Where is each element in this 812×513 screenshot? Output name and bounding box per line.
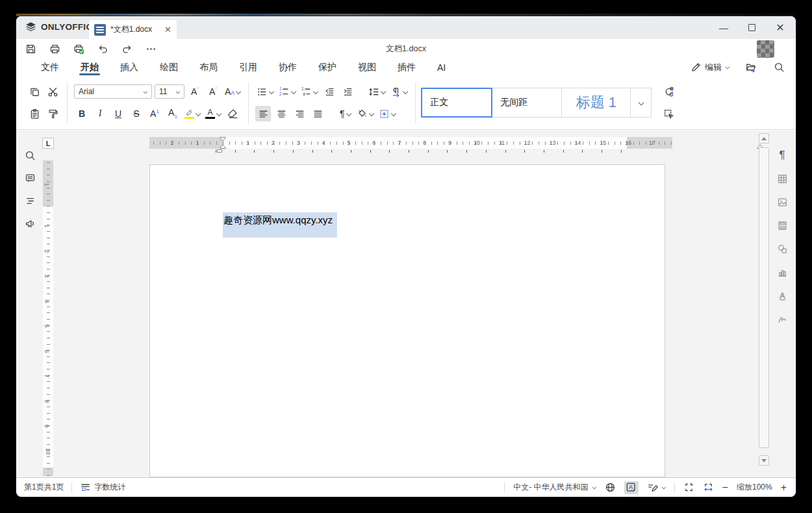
style-normal[interactable]: 正文	[421, 88, 492, 118]
tab-view[interactable]: 视图	[350, 58, 384, 76]
minimize-button[interactable]: —	[718, 23, 729, 33]
decrease-font-size-button[interactable]: Aˇ	[205, 84, 221, 99]
italic-button[interactable]: I	[92, 106, 108, 121]
tab-home[interactable]: 开始	[73, 58, 107, 76]
increase-font-size-button[interactable]: Aˆ	[187, 84, 203, 99]
underline-button[interactable]: U	[110, 106, 126, 121]
decrease-indent-button[interactable]	[322, 84, 337, 99]
scrollbar-thumb[interactable]	[759, 147, 769, 448]
find-replace-button[interactable]	[661, 84, 676, 99]
multilevel-list-button[interactable]: 1a	[299, 84, 319, 99]
scroll-down-button[interactable]	[759, 455, 769, 466]
superscript-button[interactable]: A1	[147, 106, 162, 121]
maximize-button[interactable]	[748, 24, 755, 31]
font-color-button[interactable]: A	[204, 106, 222, 121]
document-text[interactable]: 趣奇资源网www.qqzy.xyz	[223, 212, 337, 227]
page-info[interactable]: 第1页共1页	[24, 482, 64, 493]
tab-close-icon[interactable]: ✕	[164, 25, 171, 34]
highlight-color-button[interactable]	[183, 106, 201, 121]
tab-stop-selector[interactable]: L	[42, 138, 54, 149]
justify-button[interactable]	[310, 106, 325, 121]
open-file-location-button[interactable]	[742, 60, 758, 75]
increase-indent-button[interactable]	[340, 84, 355, 99]
tab-insert[interactable]: 插入	[112, 58, 146, 76]
feedback-button[interactable]	[21, 216, 38, 231]
numbered-list-button[interactable]: 12	[277, 84, 297, 99]
vertical-scrollbar[interactable]	[759, 133, 769, 476]
nonprinting-characters-button[interactable]: ¶	[337, 106, 353, 121]
paste-button[interactable]	[27, 106, 42, 121]
shading-button[interactable]	[355, 106, 375, 121]
document-tab[interactable]: *文档1.docx ✕	[89, 20, 177, 39]
more-actions-button[interactable]	[143, 41, 159, 56]
word-count-button[interactable]: 12 字数统计	[80, 482, 125, 493]
copy-button[interactable]	[27, 84, 42, 99]
line-spacing-button[interactable]	[367, 84, 387, 99]
v-ruler[interactable]: 112345678910	[43, 160, 53, 476]
fit-page-button[interactable]	[683, 482, 694, 493]
redo-button[interactable]	[119, 41, 134, 56]
style-gallery-expand-button[interactable]	[631, 88, 652, 118]
language-selector[interactable]: 中文- 中华人民共和国	[513, 482, 596, 493]
undo-button[interactable]	[95, 41, 110, 56]
font-name-select[interactable]: Arial	[74, 84, 152, 99]
signature-settings-button[interactable]	[774, 311, 791, 327]
quick-print-button[interactable]	[71, 41, 86, 56]
tab-plugins[interactable]: 插件	[390, 58, 424, 76]
align-left-button[interactable]	[255, 106, 271, 121]
format-painter-button[interactable]	[45, 106, 60, 121]
print-button[interactable]	[47, 41, 62, 56]
table-settings-button[interactable]	[774, 171, 791, 186]
tab-file[interactable]: 文件	[33, 58, 67, 76]
close-button[interactable]: ✕	[775, 21, 785, 34]
bullets-button[interactable]	[255, 84, 275, 99]
tab-draw[interactable]: 绘图	[152, 58, 186, 76]
fit-width-button[interactable]	[703, 482, 714, 493]
tab-layout[interactable]: 布局	[192, 58, 225, 76]
tab-references[interactable]: 引用	[231, 58, 265, 76]
scroll-up-button[interactable]	[759, 133, 769, 144]
comments-panel-button[interactable]	[21, 170, 38, 186]
find-panel-button[interactable]	[21, 147, 38, 163]
onlyoffice-logo: ONLYOFFICE	[25, 21, 99, 32]
change-case-button[interactable]: AA	[223, 84, 242, 99]
borders-button[interactable]	[377, 106, 397, 121]
clear-style-button[interactable]	[225, 106, 240, 121]
tab-protection[interactable]: 保护	[311, 58, 344, 76]
first-line-indent-marker[interactable]	[220, 137, 226, 142]
style-heading1[interactable]: 标题 1	[562, 88, 631, 118]
left-indent-marker[interactable]	[220, 144, 226, 149]
user-avatar[interactable]	[757, 40, 774, 58]
paragraph-direction-button[interactable]	[389, 84, 409, 99]
cut-button[interactable]	[45, 84, 60, 99]
bold-button[interactable]: B	[74, 106, 90, 121]
header-footer-settings-button[interactable]	[774, 218, 791, 233]
navigation-panel-button[interactable]	[21, 193, 38, 208]
align-center-button[interactable]	[273, 106, 289, 121]
select-all-button[interactable]	[661, 106, 676, 121]
search-icon[interactable]	[771, 60, 787, 75]
text-art-settings-button[interactable]: A	[774, 288, 791, 303]
document-page[interactable]: 趣奇资源网www.qqzy.xyz	[149, 164, 665, 477]
strikethrough-button[interactable]: S	[129, 106, 144, 121]
chart-settings-button[interactable]	[774, 264, 791, 280]
zoom-in-button[interactable]: +	[781, 482, 787, 494]
paragraph-settings-button[interactable]: ¶	[774, 147, 791, 163]
spell-check-button[interactable]: A	[624, 481, 639, 494]
subscript-button[interactable]: A1	[165, 106, 181, 121]
image-settings-button[interactable]	[774, 194, 791, 210]
align-right-button[interactable]	[292, 106, 307, 121]
set-document-language-button[interactable]	[605, 482, 616, 493]
save-button[interactable]	[23, 41, 38, 56]
shape-settings-button[interactable]	[774, 241, 791, 256]
tab-ai[interactable]: AI	[429, 58, 453, 76]
font-size-select[interactable]: 11	[155, 84, 184, 99]
h-ruler[interactable]: 211234567891011121314151617	[149, 137, 672, 149]
zoom-out-button[interactable]: −	[722, 482, 728, 494]
zoom-label[interactable]: 缩放100%	[737, 482, 772, 493]
track-changes-button[interactable]	[647, 482, 666, 493]
style-no-spacing[interactable]: 无间距	[492, 88, 562, 118]
editing-mode-dropdown[interactable]: 编辑	[691, 62, 730, 73]
text-selection[interactable]: 趣奇资源网www.qqzy.xyz	[223, 212, 337, 238]
tab-collaboration[interactable]: 协作	[271, 58, 305, 76]
